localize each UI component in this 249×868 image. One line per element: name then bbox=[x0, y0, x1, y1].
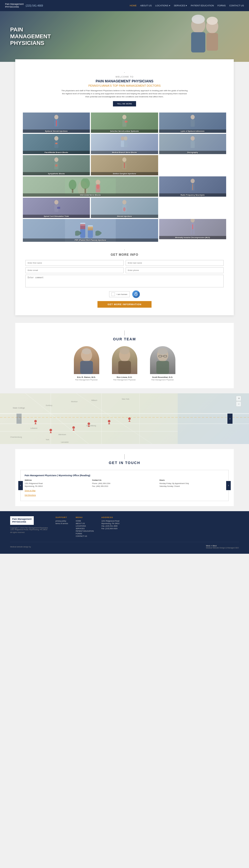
footer-services-link[interactable]: SERVICES bbox=[76, 528, 94, 529]
svg-point-97 bbox=[72, 426, 75, 429]
service-lysis[interactable]: Lysis of Epidural Adhesions bbox=[159, 113, 226, 133]
stero-label: Steroid Injections bbox=[91, 215, 158, 218]
footer-locations-link[interactable]: LOCATIONS bbox=[76, 525, 94, 527]
svg-rect-28 bbox=[124, 163, 125, 168]
nav-locations[interactable]: LOCATIONS ▾ bbox=[155, 4, 170, 7]
contact-next-button[interactable]: › bbox=[226, 481, 231, 490]
footer-copyright: Copyright © 2024 Pain Management Physici… bbox=[10, 527, 48, 529]
contact-address-title: Address bbox=[25, 479, 90, 481]
service-epidural[interactable]: Epidural Steroid Injections bbox=[23, 113, 90, 133]
footer-contact-link[interactable]: CONTACT US bbox=[76, 535, 94, 537]
contact-hours-title: Hours bbox=[159, 479, 224, 481]
service-intercostal[interactable]: Intercostal Nerve Blocks bbox=[23, 176, 158, 197]
phone-input[interactable] bbox=[126, 267, 224, 273]
last-name-input[interactable] bbox=[126, 260, 224, 266]
map-next-button[interactable]: › bbox=[227, 413, 232, 424]
svg-text:State College: State College bbox=[13, 407, 25, 409]
svg-rect-32 bbox=[72, 189, 73, 193]
contact-contact-title: Contact Us bbox=[92, 479, 157, 481]
contact-card: ‹ Pain Management Physicians | Wyomissin… bbox=[20, 470, 229, 501]
nav-home[interactable]: HOME bbox=[130, 4, 137, 7]
prp-label: PRP (Platelet Rich Plasma) Injections bbox=[23, 239, 158, 242]
svg-text:Stroudsburg: Stroudsburg bbox=[86, 425, 96, 427]
svg-text:Lebanon: Lebanon bbox=[30, 427, 37, 429]
getinfo-title: GET MORE INFO bbox=[25, 253, 224, 256]
email-input[interactable] bbox=[25, 267, 123, 273]
footer-about-link[interactable]: ABOUT US bbox=[76, 523, 94, 524]
service-selective[interactable]: Selective Nerve/Lumbar Epidurals bbox=[91, 113, 158, 133]
team-member-3: Scott Rosenthal, D.O. Pain Management Ph… bbox=[147, 346, 178, 381]
service-sympathetic[interactable]: Sympathetic Blocks bbox=[23, 155, 90, 175]
team-photo-3 bbox=[150, 346, 175, 374]
logo-text: Pain Management PHYSICIANS bbox=[5, 3, 24, 8]
spinal-label: Spinal Cord Stimulation Trials bbox=[23, 215, 90, 218]
welcome-pre-label: WELCOME TO bbox=[30, 75, 219, 78]
team-title-3: Pain Management Physician bbox=[147, 379, 178, 381]
welcome-description: The physicians and staff of Pain Managem… bbox=[61, 89, 188, 98]
footer-privacy-link[interactable]: privacy policy bbox=[56, 520, 68, 522]
svg-point-95 bbox=[50, 429, 52, 431]
stellion-label: Stellion Ganglion Injections bbox=[91, 172, 158, 175]
logo-line2: PHYSICIANS bbox=[5, 6, 24, 8]
sympathetic-figure bbox=[50, 157, 63, 174]
footer-forms-link[interactable]: FORMS bbox=[76, 533, 94, 534]
service-stero[interactable]: Steroid Injections bbox=[91, 198, 158, 218]
svg-text:Milburn: Milburn bbox=[91, 399, 97, 401]
hero-title: PAIN MANAGEMENT PHYSICIANS bbox=[10, 26, 51, 46]
getinfo-section: · GET MORE INFO I am human GET MORE INFO… bbox=[20, 242, 229, 310]
svg-point-93 bbox=[34, 420, 37, 423]
footer-addr-line1: 1201 Ridgewood Road bbox=[101, 520, 119, 522]
svg-rect-56 bbox=[192, 224, 193, 229]
minimally-label: Minimally Invasive Decompression (MLD) bbox=[159, 236, 226, 239]
header-phone[interactable]: (215) 541-4669 bbox=[26, 4, 43, 7]
service-facet[interactable]: Facet/Medial Branch Blocks bbox=[23, 134, 90, 154]
service-minimally[interactable]: Minimally Invasive Decompression (MLD) bbox=[159, 219, 226, 239]
selective-label: Selective Nerve/Lumbar Epidurals bbox=[91, 129, 158, 133]
service-medical[interactable]: Medical Branch Nerve Blocks bbox=[91, 134, 158, 154]
svg-rect-60 bbox=[80, 361, 93, 374]
nav-contact[interactable]: CONTACT US bbox=[229, 4, 244, 7]
get-info-submit-button[interactable]: GET MORE INFORMATION bbox=[98, 301, 151, 308]
discography-label: Discography bbox=[159, 151, 226, 154]
service-radio[interactable]: Radio Frequency Neurolysis bbox=[159, 176, 226, 197]
sep-dot-2: · bbox=[25, 248, 224, 252]
svg-text:Montour: Montour bbox=[71, 401, 78, 402]
footer-logo-line1: Pain Management bbox=[12, 518, 32, 520]
footer-home-link[interactable]: HOME bbox=[76, 520, 94, 522]
sep-dot-1: · bbox=[30, 70, 219, 74]
svg-point-101 bbox=[108, 420, 110, 423]
contact-prev-button[interactable]: ‹ bbox=[18, 481, 23, 490]
svg-point-19 bbox=[124, 136, 128, 141]
nav-patient-education[interactable]: PATIENT EDUCATION bbox=[191, 4, 214, 7]
svg-point-33 bbox=[81, 178, 90, 189]
captcha-checkbox[interactable] bbox=[111, 292, 115, 296]
medical-label: Medical Branch Nerve Blocks bbox=[91, 151, 158, 154]
service-spinal[interactable]: Spinal Cord Stimulation Trials bbox=[23, 198, 90, 218]
lysis-label: Lysis of Epidural Adhesions bbox=[159, 129, 226, 133]
comment-textarea[interactable] bbox=[25, 275, 224, 287]
spinal-figure bbox=[50, 200, 63, 216]
svg-rect-50 bbox=[80, 224, 85, 229]
svg-point-44 bbox=[122, 200, 127, 205]
show-map-link[interactable]: Show on Map bbox=[25, 490, 35, 491]
service-prp[interactable]: PRP (Platelet Rich Plasma) Injections bbox=[23, 219, 158, 242]
svg-point-31 bbox=[69, 180, 76, 190]
contact-phone-col: Contact Us Phone: (484) 369-2264 Fax: (4… bbox=[92, 479, 157, 497]
svg-point-46 bbox=[123, 207, 126, 211]
service-discography[interactable]: Discography bbox=[159, 134, 226, 154]
footer-phone[interactable]: City: (215) 541-4669 bbox=[101, 525, 119, 527]
intercostal-figure bbox=[65, 178, 116, 195]
captcha-box[interactable]: I am human bbox=[109, 291, 130, 297]
nav-services[interactable]: SERVICES ▾ bbox=[174, 4, 187, 7]
footer-terms-link[interactable]: terms of service bbox=[56, 523, 68, 524]
first-name-input[interactable] bbox=[25, 260, 123, 266]
service-stellion[interactable]: Stellion Ganglion Injections bbox=[91, 155, 158, 175]
team-name-3: Scott Rosenthal, D.O. bbox=[147, 376, 178, 378]
hero-section: PAIN MANAGEMENT PHYSICIANS bbox=[0, 11, 249, 62]
nav-forms[interactable]: FORMS bbox=[218, 4, 226, 7]
tell-more-button[interactable]: TELL ME MORE bbox=[113, 101, 136, 106]
footer-education-link[interactable]: PATIENT EDUCATION bbox=[76, 530, 94, 532]
nav-about[interactable]: ABOUT US bbox=[140, 4, 152, 7]
contact-hours-info: Monday-Friday: By Appointment Only Satur… bbox=[159, 482, 224, 488]
get-directions-link[interactable]: Get Directions bbox=[25, 494, 36, 496]
